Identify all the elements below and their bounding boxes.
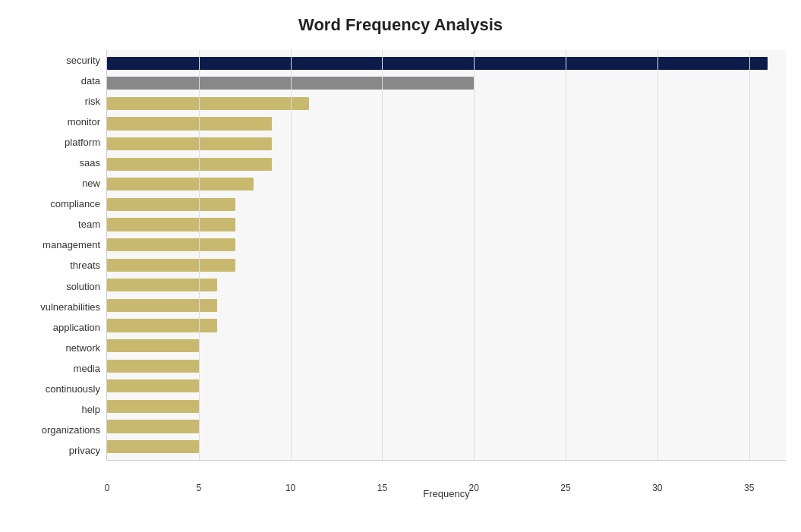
x-axis-label: Frequency <box>107 488 786 499</box>
bar <box>107 319 217 332</box>
bar-row <box>107 417 786 437</box>
bar-row <box>107 335 786 356</box>
bar <box>107 238 235 251</box>
bar-row <box>107 316 786 336</box>
y-axis-label: new <box>15 178 100 188</box>
y-axis-label: team <box>15 219 100 229</box>
bar <box>107 97 309 110</box>
bar-row <box>107 175 786 195</box>
y-axis-label: continuously <box>15 384 100 394</box>
bar <box>107 178 254 190</box>
bar <box>107 57 768 70</box>
bar-row <box>107 275 786 296</box>
bar <box>107 218 235 231</box>
y-axis-label: application <box>15 323 100 332</box>
y-axis-label: threats <box>15 260 100 270</box>
y-axis-label: platform <box>15 137 100 147</box>
chart-container: Word Frequency Analysis securitydatarisk… <box>0 0 801 532</box>
bar <box>107 360 199 373</box>
bar-row <box>107 255 786 275</box>
y-axis-label: compliance <box>15 199 100 209</box>
y-axis-label: vulnerabilities <box>15 302 100 312</box>
bar-row <box>107 376 786 397</box>
grid-line <box>199 50 200 460</box>
y-axis-label: risk <box>15 96 100 106</box>
bar <box>107 440 199 453</box>
y-axis-label: media <box>15 364 100 373</box>
bar <box>107 198 235 211</box>
y-axis-label: security <box>15 55 100 65</box>
grid-line <box>291 50 292 460</box>
bar-row <box>107 74 786 94</box>
bar <box>107 400 199 413</box>
chart-area: securitydatariskmonitorplatformsaasnewco… <box>15 50 786 461</box>
bar-row <box>107 194 786 215</box>
grid-line <box>749 50 750 460</box>
y-axis-label: data <box>15 76 100 86</box>
bar-row <box>107 295 786 316</box>
bar <box>107 420 199 433</box>
y-axis-label: solution <box>15 282 100 291</box>
y-axis-label: management <box>15 240 100 250</box>
bar-row <box>107 114 786 134</box>
bar-row <box>107 134 786 154</box>
chart-title: Word Frequency Analysis <box>15 15 786 35</box>
bar <box>107 137 272 150</box>
bar-row <box>107 396 786 417</box>
y-axis-label: saas <box>15 158 100 168</box>
bar-row <box>107 436 786 457</box>
bar-row <box>107 53 786 74</box>
y-axis: securitydatariskmonitorplatformsaasnewco… <box>15 50 106 461</box>
y-axis-label: monitor <box>15 117 100 127</box>
bar-row <box>107 154 786 175</box>
grid-line <box>658 50 658 460</box>
bar <box>107 259 235 272</box>
bar <box>107 299 217 312</box>
bar <box>107 339 199 352</box>
bar <box>107 117 272 130</box>
bars-grid: 05101520253035 Frequency <box>106 50 786 461</box>
grid-line <box>474 50 475 460</box>
bar-row <box>107 356 786 376</box>
bar-row <box>107 215 786 235</box>
y-axis-label: help <box>15 405 100 414</box>
bars-wrapper <box>107 50 786 460</box>
bar-row <box>107 235 786 255</box>
grid-line <box>566 50 566 460</box>
bar <box>107 379 199 392</box>
y-axis-label: privacy <box>15 445 100 455</box>
bar-row <box>107 93 786 114</box>
y-axis-label: network <box>15 343 100 353</box>
y-axis-label: organizations <box>15 425 100 435</box>
grid-line <box>382 50 383 460</box>
bar <box>107 158 272 171</box>
bar <box>107 279 217 291</box>
